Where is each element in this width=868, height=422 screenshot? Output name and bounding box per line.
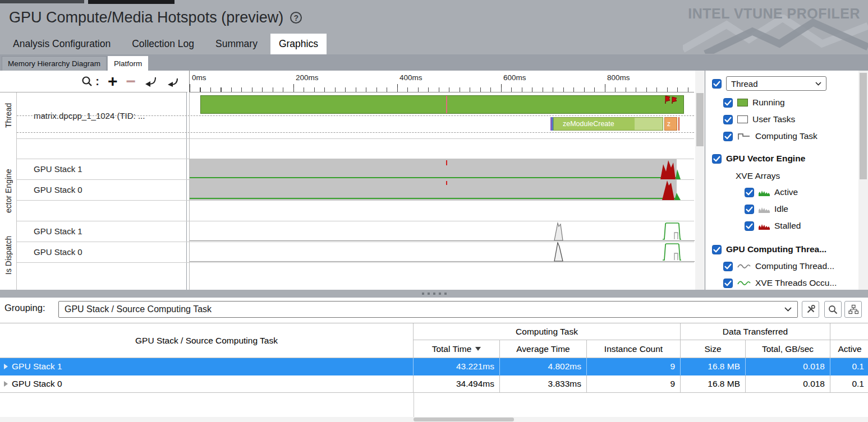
checkbox-user-tasks[interactable]: [723, 115, 733, 124]
column-header-instance-count[interactable]: Instance Count: [587, 340, 681, 358]
intel-vtune-logo: INTEL VTUNE PROFILER: [688, 6, 860, 22]
sort-descending-icon: [475, 347, 481, 351]
tab-summary[interactable]: Summary: [207, 34, 266, 54]
column-header-average-time[interactable]: Average Time: [500, 340, 587, 358]
tab-graphics[interactable]: Graphics: [270, 34, 327, 54]
timeline-chart[interactable]: zeModuleCreate z: [189, 92, 694, 290]
cell-size[interactable]: 16.8 MB: [681, 375, 746, 393]
cell-active[interactable]: 0.1: [830, 358, 868, 375]
cell-total-gbsec[interactable]: 0.018: [746, 358, 830, 375]
xve-threads-line-icon: [737, 280, 751, 286]
cell-average-time[interactable]: 4.802ms: [500, 358, 587, 375]
ze-module-create-bar[interactable]: zeModuleCreate: [553, 117, 663, 131]
checkbox-computing-task[interactable]: [723, 132, 733, 141]
checkbox-xve-threads-occupancy[interactable]: [723, 279, 733, 288]
checkbox-running[interactable]: [723, 98, 733, 108]
cell-total-gbsec[interactable]: 0.018: [746, 375, 830, 393]
row-label-column: matrix.dpcpp_1_1024 (TID: ... GPU Stack …: [17, 92, 187, 290]
cell-instance-count[interactable]: 9: [587, 375, 681, 393]
stall-spike-stack0: [660, 179, 681, 200]
column-header-total-gbsec[interactable]: Total, GB/sec: [746, 340, 830, 358]
legend-label-xve-threads-occupancy: XVE Threads Occu...: [755, 278, 837, 288]
idle-area-icon: [759, 206, 770, 213]
legend-label-active: Active: [774, 187, 798, 197]
search-grid-button[interactable]: [824, 301, 842, 318]
table-row-gpu-stack-1[interactable]: GPU Stack 1: [0, 358, 414, 375]
row-label-gpu-stack-0-dispatch[interactable]: GPU Stack 0: [17, 242, 186, 262]
grouping-label: Grouping:: [4, 303, 45, 313]
grid-horizontal-scrollbar[interactable]: [0, 417, 868, 422]
row-label-gpu-stack-1-dispatch[interactable]: GPU Stack 1: [17, 221, 186, 242]
column-header-size[interactable]: Size: [681, 340, 746, 358]
ruler-major-tick: [605, 84, 605, 92]
row-label-gpu-stack-1[interactable]: GPU Stack 1: [17, 159, 186, 179]
ruler-major-tick: [190, 84, 190, 92]
checkbox-idle[interactable]: [745, 205, 754, 214]
redo-zoom-icon[interactable]: [166, 76, 180, 87]
tab-analysis-configuration[interactable]: Analysis Configuration: [4, 34, 119, 54]
undo-zoom-icon[interactable]: [144, 76, 158, 87]
expand-row-icon[interactable]: [4, 364, 8, 369]
cell-total-time[interactable]: 34.494ms: [414, 375, 500, 393]
row-label-gpu-stack-0[interactable]: GPU Stack 0: [17, 179, 186, 200]
legend-label-running: Running: [752, 98, 785, 108]
grouping-select[interactable]: GPU Stack / Source Computing Task: [58, 301, 798, 318]
expand-row-icon[interactable]: [4, 381, 8, 387]
checkbox-stalled[interactable]: [745, 221, 754, 231]
vtune-window: INTEL VTUNE PROFILER GPU Compute/Media H…: [0, 0, 868, 422]
legend-panel: Thread Running User Tasks Computing Task: [705, 71, 868, 290]
timeline-ruler[interactable]: 0ms 200ms 400ms 600ms 800ms: [189, 71, 694, 92]
ruler-major-tick: [397, 84, 398, 92]
checkbox-computing-thread[interactable]: [723, 262, 733, 271]
help-icon[interactable]: ?: [290, 12, 302, 24]
customize-grouping-button[interactable]: [802, 301, 819, 318]
panel-splitter[interactable]: [0, 290, 868, 298]
column-header-total-time[interactable]: Total Time: [414, 340, 500, 358]
dispatch-spike-stack1: [554, 221, 564, 241]
section-label-dispatch: Is Dispatch: [0, 223, 17, 287]
cell-instance-count[interactable]: 9: [587, 358, 681, 375]
running-bar[interactable]: [200, 95, 684, 114]
column-header-active[interactable]: Active: [830, 340, 868, 358]
table-row-gpu-stack-0[interactable]: GPU Stack 0: [0, 375, 414, 393]
cell-average-time[interactable]: 3.833ms: [500, 375, 587, 393]
scrollbar-thumb[interactable]: [696, 93, 704, 146]
tab-memory-hierarchy-diagram[interactable]: Memory Hierarchy Diagram: [2, 56, 107, 71]
group-header-data-transferred[interactable]: Data Transferred: [681, 323, 830, 340]
hotspots-table: GPU Stack / Source Computing Task Comput…: [0, 323, 868, 393]
tab-collection-log[interactable]: Collection Log: [123, 34, 203, 54]
scrollbar-thumb[interactable]: [414, 418, 514, 421]
page-title: GPU Compute/Media Hotspots (preview): [9, 9, 283, 26]
tab-platform[interactable]: Platform: [108, 56, 148, 71]
group-header-computing-task[interactable]: Computing Task: [414, 323, 681, 340]
cell-active[interactable]: 0.1: [830, 375, 868, 393]
legend-label-gpu-computing-threads: GPU Computing Threa...: [726, 244, 826, 254]
splitter-dot: [433, 293, 435, 295]
checkbox-gpu-vector-engine[interactable]: [712, 154, 722, 164]
legend-label-gpu-vector-engine: GPU Vector Engine: [726, 154, 805, 164]
zoom-out-icon[interactable]: −: [126, 73, 136, 90]
timeline-vertical-scrollbar[interactable]: [695, 71, 705, 290]
show-hierarchy-button[interactable]: [844, 301, 862, 318]
zoom-in-icon[interactable]: +: [108, 73, 118, 90]
cell-size[interactable]: 16.8 MB: [681, 358, 746, 375]
splitter-dot: [428, 293, 430, 295]
stalled-area-icon: [759, 222, 770, 230]
ze-task-bar[interactable]: z: [664, 117, 677, 131]
xve-active-line-stack0: [190, 198, 677, 199]
legend-scrollbar[interactable]: [858, 71, 868, 290]
ruler-major-tick: [293, 84, 294, 92]
checkbox-gpu-computing-threads[interactable]: [712, 245, 722, 254]
timeline-toolbar: : + −: [0, 71, 187, 92]
column-header-gpu-stack-source[interactable]: GPU Stack / Source Computing Task: [0, 323, 414, 358]
checkbox-thread[interactable]: [712, 79, 722, 89]
stall-tick-stack1: [446, 160, 447, 165]
scrollbar-thumb[interactable]: [860, 73, 867, 179]
zoom-select-icon[interactable]: [81, 76, 93, 87]
active-area-icon: [759, 189, 770, 196]
legend-label-user-tasks: User Tasks: [752, 114, 795, 124]
legend-row-type-select[interactable]: Thread: [726, 76, 826, 91]
checkbox-active[interactable]: [745, 188, 754, 197]
marker-tick: [446, 96, 447, 113]
cell-total-time[interactable]: 43.221ms: [414, 358, 500, 375]
